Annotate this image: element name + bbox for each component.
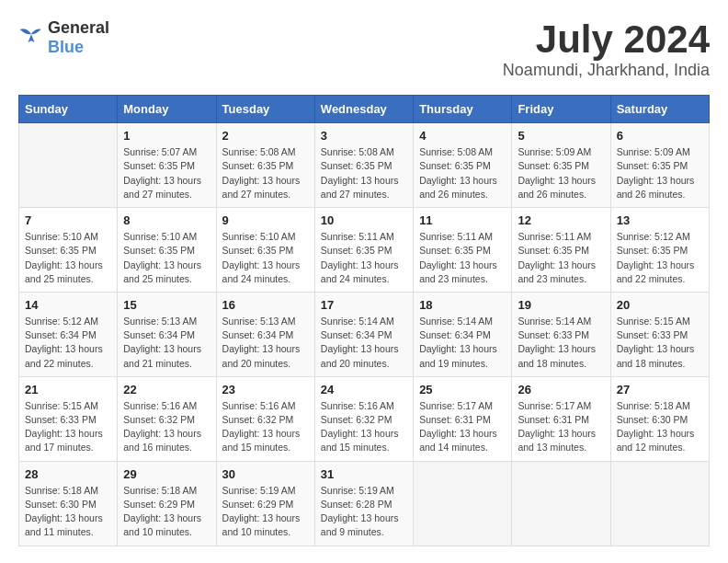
day-info: Sunrise: 5:12 AM Sunset: 6:35 PM Dayligh…: [617, 230, 703, 286]
day-info: Sunrise: 5:19 AM Sunset: 6:28 PM Dayligh…: [321, 484, 407, 540]
day-number: 22: [123, 383, 210, 396]
calendar-cell: 4Sunrise: 5:08 AM Sunset: 6:35 PM Daylig…: [414, 123, 512, 208]
day-number: 27: [617, 383, 703, 396]
day-number: 23: [222, 383, 309, 396]
day-number: 25: [419, 383, 506, 396]
day-info: Sunrise: 5:11 AM Sunset: 6:35 PM Dayligh…: [321, 230, 407, 286]
logo-blue: Blue: [48, 38, 84, 56]
day-number: 18: [419, 298, 506, 312]
day-info: Sunrise: 5:18 AM Sunset: 6:29 PM Dayligh…: [123, 484, 210, 540]
day-info: Sunrise: 5:10 AM Sunset: 6:35 PM Dayligh…: [222, 230, 309, 286]
day-info: Sunrise: 5:13 AM Sunset: 6:34 PM Dayligh…: [123, 315, 210, 371]
calendar-cell: [414, 461, 512, 546]
day-number: 24: [321, 383, 407, 396]
day-info: Sunrise: 5:11 AM Sunset: 6:35 PM Dayligh…: [518, 230, 604, 286]
day-number: 30: [222, 467, 309, 481]
day-info: Sunrise: 5:19 AM Sunset: 6:29 PM Dayligh…: [222, 484, 309, 540]
day-number: 9: [222, 213, 309, 227]
day-info: Sunrise: 5:09 AM Sunset: 6:35 PM Dayligh…: [617, 145, 703, 201]
calendar-cell: 10Sunrise: 5:11 AM Sunset: 6:35 PM Dayli…: [314, 208, 413, 293]
day-number: 6: [617, 129, 703, 143]
calendar-cell: 3Sunrise: 5:08 AM Sunset: 6:35 PM Daylig…: [314, 123, 413, 208]
header-thursday: Thursday: [414, 96, 512, 123]
day-number: 20: [617, 298, 703, 312]
calendar-cell: 13Sunrise: 5:12 AM Sunset: 6:35 PM Dayli…: [610, 208, 709, 293]
day-number: 31: [321, 467, 407, 481]
title-section: July 2024 Noamundi, Jharkhand, India: [503, 18, 710, 80]
calendar-cell: 26Sunrise: 5:17 AM Sunset: 6:31 PM Dayli…: [512, 376, 610, 461]
day-number: 3: [321, 129, 407, 143]
calendar-cell: 9Sunrise: 5:10 AM Sunset: 6:35 PM Daylig…: [216, 208, 314, 293]
calendar-cell: 28Sunrise: 5:18 AM Sunset: 6:30 PM Dayli…: [19, 461, 118, 546]
calendar-cell: 7Sunrise: 5:10 AM Sunset: 6:35 PM Daylig…: [19, 208, 118, 293]
day-info: Sunrise: 5:16 AM Sunset: 6:32 PM Dayligh…: [222, 399, 309, 455]
calendar-cell: 20Sunrise: 5:15 AM Sunset: 6:33 PM Dayli…: [610, 292, 709, 376]
day-number: 8: [123, 213, 210, 227]
day-number: 1: [123, 129, 210, 143]
day-number: 7: [25, 213, 111, 227]
day-info: Sunrise: 5:10 AM Sunset: 6:35 PM Dayligh…: [25, 230, 111, 286]
header-sunday: Sunday: [19, 96, 118, 123]
calendar-cell: 18Sunrise: 5:14 AM Sunset: 6:34 PM Dayli…: [414, 292, 512, 376]
calendar-cell: 15Sunrise: 5:13 AM Sunset: 6:34 PM Dayli…: [118, 292, 216, 376]
day-number: 19: [518, 298, 604, 312]
day-number: 13: [617, 213, 703, 227]
day-info: Sunrise: 5:09 AM Sunset: 6:35 PM Dayligh…: [518, 145, 604, 201]
day-info: Sunrise: 5:17 AM Sunset: 6:31 PM Dayligh…: [419, 399, 506, 455]
day-info: Sunrise: 5:12 AM Sunset: 6:34 PM Dayligh…: [25, 315, 111, 371]
calendar-table: SundayMondayTuesdayWednesdayThursdayFrid…: [18, 95, 710, 546]
day-info: Sunrise: 5:14 AM Sunset: 6:34 PM Dayligh…: [321, 315, 407, 371]
calendar-cell: 16Sunrise: 5:13 AM Sunset: 6:34 PM Dayli…: [216, 292, 314, 376]
day-info: Sunrise: 5:16 AM Sunset: 6:32 PM Dayligh…: [123, 399, 210, 455]
day-number: 4: [419, 129, 506, 143]
day-number: 29: [123, 467, 210, 481]
day-number: 26: [518, 383, 604, 396]
day-number: 2: [222, 129, 309, 143]
day-info: Sunrise: 5:15 AM Sunset: 6:33 PM Dayligh…: [25, 399, 111, 455]
logo: General Blue: [18, 18, 109, 57]
day-info: Sunrise: 5:07 AM Sunset: 6:35 PM Dayligh…: [123, 145, 210, 201]
day-number: 21: [25, 383, 111, 396]
location-title: Noamundi, Jharkhand, India: [503, 61, 710, 80]
bird-icon: [18, 26, 44, 46]
day-number: 15: [123, 298, 210, 312]
calendar-cell: 22Sunrise: 5:16 AM Sunset: 6:32 PM Dayli…: [118, 376, 216, 461]
calendar-cell: [610, 461, 709, 546]
day-info: Sunrise: 5:08 AM Sunset: 6:35 PM Dayligh…: [222, 145, 309, 201]
calendar-cell: 23Sunrise: 5:16 AM Sunset: 6:32 PM Dayli…: [216, 376, 314, 461]
day-info: Sunrise: 5:18 AM Sunset: 6:30 PM Dayligh…: [617, 399, 703, 455]
calendar-cell: 12Sunrise: 5:11 AM Sunset: 6:35 PM Dayli…: [512, 208, 610, 293]
day-number: 11: [419, 213, 506, 227]
day-info: Sunrise: 5:14 AM Sunset: 6:33 PM Dayligh…: [518, 315, 604, 371]
day-info: Sunrise: 5:08 AM Sunset: 6:35 PM Dayligh…: [419, 145, 506, 201]
calendar-cell: 11Sunrise: 5:11 AM Sunset: 6:35 PM Dayli…: [414, 208, 512, 293]
header-tuesday: Tuesday: [216, 96, 314, 123]
calendar-cell: 27Sunrise: 5:18 AM Sunset: 6:30 PM Dayli…: [610, 376, 709, 461]
month-year-title: July 2024: [503, 18, 710, 61]
calendar-cell: 21Sunrise: 5:15 AM Sunset: 6:33 PM Dayli…: [19, 376, 118, 461]
day-info: Sunrise: 5:13 AM Sunset: 6:34 PM Dayligh…: [222, 315, 309, 371]
day-info: Sunrise: 5:11 AM Sunset: 6:35 PM Dayligh…: [419, 230, 506, 286]
header-friday: Friday: [512, 96, 610, 123]
day-number: 14: [25, 298, 111, 312]
header-saturday: Saturday: [610, 96, 709, 123]
header-monday: Monday: [118, 96, 216, 123]
day-info: Sunrise: 5:18 AM Sunset: 6:30 PM Dayligh…: [25, 484, 111, 540]
calendar-cell: 29Sunrise: 5:18 AM Sunset: 6:29 PM Dayli…: [118, 461, 216, 546]
logo-general: General: [48, 18, 109, 37]
calendar-cell: 24Sunrise: 5:16 AM Sunset: 6:32 PM Dayli…: [314, 376, 413, 461]
day-info: Sunrise: 5:14 AM Sunset: 6:34 PM Dayligh…: [419, 315, 506, 371]
day-info: Sunrise: 5:08 AM Sunset: 6:35 PM Dayligh…: [321, 145, 407, 201]
calendar-cell: 6Sunrise: 5:09 AM Sunset: 6:35 PM Daylig…: [610, 123, 709, 208]
calendar-cell: 17Sunrise: 5:14 AM Sunset: 6:34 PM Dayli…: [314, 292, 413, 376]
day-number: 5: [518, 129, 604, 143]
day-info: Sunrise: 5:15 AM Sunset: 6:33 PM Dayligh…: [617, 315, 703, 371]
calendar-cell: [19, 123, 118, 208]
calendar-cell: 8Sunrise: 5:10 AM Sunset: 6:35 PM Daylig…: [118, 208, 216, 293]
day-number: 17: [321, 298, 407, 312]
header-wednesday: Wednesday: [314, 96, 413, 123]
calendar-cell: 5Sunrise: 5:09 AM Sunset: 6:35 PM Daylig…: [512, 123, 610, 208]
day-info: Sunrise: 5:10 AM Sunset: 6:35 PM Dayligh…: [123, 230, 210, 286]
calendar-cell: 2Sunrise: 5:08 AM Sunset: 6:35 PM Daylig…: [216, 123, 314, 208]
calendar-cell: [512, 461, 610, 546]
